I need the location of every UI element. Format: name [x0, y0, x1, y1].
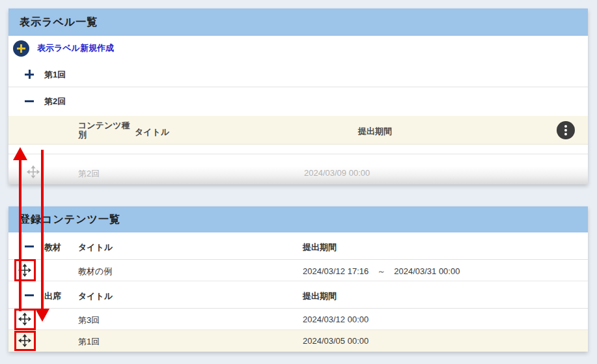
panel-header: 登録コンテンツ一覧 — [8, 206, 588, 232]
ghost-row-title: 第2回 — [78, 168, 100, 180]
collapse-minus-icon[interactable] — [25, 242, 34, 251]
collapse-minus-icon[interactable] — [25, 96, 34, 105]
content-row: 第1回 2024/03/05 00:00 — [8, 330, 588, 352]
section-category: 教材 — [44, 242, 61, 253]
section-header-kyozai: 教材 タイトル 提出期間 — [8, 232, 588, 260]
section-category: 出席 — [44, 290, 61, 302]
move-handle-icon[interactable] — [18, 334, 31, 347]
label-table-header: コンテンツ種別 タイトル 提出期間 — [8, 116, 588, 145]
ghost-row-period: 2024/03/09 00:00 — [304, 168, 370, 178]
column-header-period: 提出期間 — [303, 242, 337, 253]
label-group-row-1: 第1回 — [8, 61, 588, 87]
column-header-period: 提出期間 — [358, 126, 392, 137]
group-label: 第2回 — [44, 96, 66, 107]
drag-ghost-row: 第2回 2024/03/09 00:00 — [8, 154, 588, 184]
column-header-title: タイトル — [78, 242, 113, 253]
page: 表示ラベル一覧 表示ラベル新規作成 第1回 第2回 コンテンツ種別 タイトル 提… — [0, 0, 597, 364]
add-circle-icon[interactable] — [13, 40, 29, 57]
display-label-list-panel: 表示ラベル一覧 表示ラベル新規作成 第1回 第2回 コンテンツ種別 タイトル 提… — [8, 8, 588, 184]
empty-drop-row — [8, 145, 588, 154]
content-title: 第1回 — [78, 336, 100, 348]
content-period: 2024/03/12 17:16 ～ 2024/03/31 00:00 — [303, 266, 460, 277]
create-label-link[interactable]: 表示ラベル新規作成 — [37, 42, 114, 54]
content-row: 第3回 2024/03/12 00:00 — [8, 309, 588, 330]
column-header-title: タイトル — [78, 290, 113, 302]
create-label-row: 表示ラベル新規作成 — [8, 36, 588, 61]
label-group-row-2: 第2回 — [8, 87, 588, 116]
content-title: 教材の例 — [78, 266, 112, 277]
content-period: 2024/03/12 00:00 — [303, 315, 368, 324]
panel-title: 登録コンテンツ一覧 — [20, 213, 120, 227]
move-handle-icon[interactable] — [18, 264, 31, 277]
collapse-minus-icon[interactable] — [25, 290, 34, 300]
kebab-menu-icon[interactable] — [557, 121, 575, 139]
content-period: 2024/03/05 00:00 — [303, 336, 368, 346]
section-header-shusseki: 出席 タイトル 提出期間 — [8, 281, 588, 309]
column-header-period: 提出期間 — [303, 290, 337, 302]
expand-plus-icon[interactable] — [25, 70, 34, 79]
move-handle-icon[interactable] — [18, 313, 31, 326]
column-header-title: タイトル — [135, 126, 169, 138]
content-title: 第3回 — [78, 315, 100, 326]
group-label: 第1回 — [44, 69, 66, 81]
panel-header: 表示ラベル一覧 — [8, 8, 588, 36]
column-header-content-type: コンテンツ種別 — [78, 121, 132, 139]
content-row: 教材の例 2024/03/12 17:16 ～ 2024/03/31 00:00 — [8, 260, 588, 281]
panel-title: 表示ラベル一覧 — [20, 16, 98, 29]
move-handle-icon[interactable] — [27, 165, 40, 178]
registered-content-panel: 登録コンテンツ一覧 教材 タイトル 提出期間 教材の例 2024/03/12 1… — [8, 206, 588, 352]
